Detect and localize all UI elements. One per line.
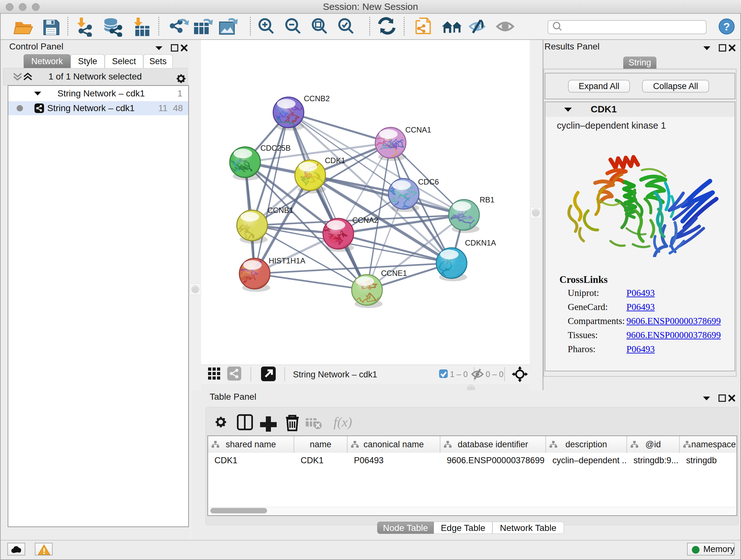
svg-text:CDK1: CDK1: [325, 156, 345, 165]
svg-text:CCNA1: CCNA1: [405, 125, 431, 134]
svg-text:f(x): f(x): [333, 415, 352, 430]
svg-text:1 – 0: 1 – 0: [450, 370, 468, 379]
svg-text:RB1: RB1: [480, 195, 495, 204]
svg-text:CCNE1: CCNE1: [381, 269, 407, 277]
svg-text:HIST1H1A: HIST1H1A: [269, 256, 306, 265]
svg-text:CDC6: CDC6: [418, 178, 439, 186]
svg-text:0 – 0: 0 – 0: [486, 370, 503, 379]
svg-text:CDC25B: CDC25B: [260, 144, 291, 152]
svg-text:CCNB1: CCNB1: [267, 206, 293, 214]
svg-text:CCNB2: CCNB2: [304, 94, 330, 103]
svg-text:String Network – cdk1: String Network – cdk1: [293, 370, 377, 379]
svg-text:CCNA2: CCNA2: [352, 216, 378, 225]
svg-text:CDKN1A: CDKN1A: [465, 239, 496, 247]
